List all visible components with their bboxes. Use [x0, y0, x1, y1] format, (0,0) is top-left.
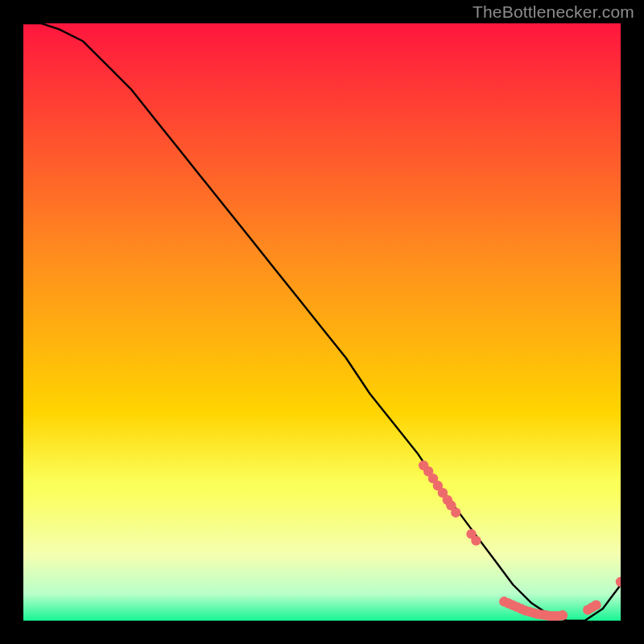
curve-marker [558, 610, 568, 620]
bottleneck-chart [23, 23, 621, 621]
chart-frame: TheBottlenecker.com [0, 0, 644, 644]
curve-marker [591, 601, 601, 610]
watermark-text: TheBottlenecker.com [473, 2, 634, 22]
curve-marker [451, 508, 460, 518]
gradient-background [23, 23, 621, 621]
curve-marker [471, 535, 481, 545]
